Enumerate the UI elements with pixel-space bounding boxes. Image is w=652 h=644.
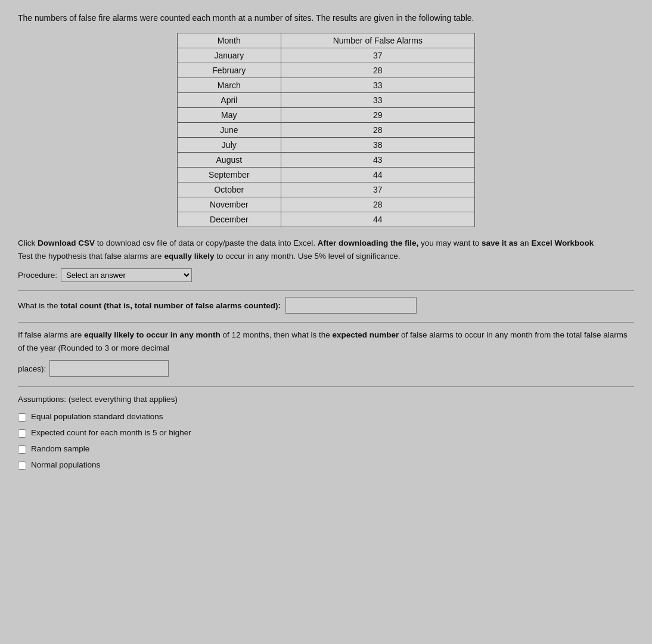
assumption-item[interactable]: Random sample <box>18 442 634 456</box>
col-header-month: Month <box>178 33 281 48</box>
table-row: October37 <box>178 182 475 197</box>
divider3 <box>18 386 634 387</box>
assumption-label: Expected count for each month is 5 or hi… <box>31 426 191 440</box>
col-header-alarms: Number of False Alarms <box>281 33 474 48</box>
table-row: May29 <box>178 108 475 123</box>
data-table-container: Month Number of False Alarms January37Fe… <box>18 33 634 227</box>
procedure-row: Procedure: Select an answerChi-Square Go… <box>18 268 634 282</box>
false-alarms-table: Month Number of False Alarms January37Fe… <box>177 33 475 227</box>
assumption-checkbox[interactable] <box>18 429 26 438</box>
total-count-row: What is the total count (that is, total … <box>18 297 634 314</box>
table-row: August43 <box>178 153 475 168</box>
assumption-label: Equal population standard deviations <box>31 410 163 424</box>
assumptions-title: Assumptions: (select everything that app… <box>18 393 634 407</box>
assumption-checkbox[interactable] <box>18 413 26 422</box>
intro-text: The numbers of false fire alarms were co… <box>18 12 634 24</box>
procedure-select[interactable]: Select an answerChi-Square Goodness of F… <box>61 268 192 282</box>
instructions-block: Click Download CSV to download csv file … <box>18 237 634 262</box>
divider2 <box>18 322 634 323</box>
table-row: September44 <box>178 168 475 182</box>
table-row: December44 <box>178 212 475 227</box>
expected-section: If false alarms are equally likely to oc… <box>18 329 634 354</box>
total-count-question: What is the total count (that is, total … <box>18 301 281 310</box>
table-row: March33 <box>178 78 475 93</box>
assumption-checkbox[interactable] <box>18 462 26 470</box>
places-row: places): <box>18 360 634 377</box>
divider1 <box>18 290 634 291</box>
assumption-checkbox[interactable] <box>18 445 26 454</box>
instruction-line1: Click Download CSV to download csv file … <box>18 239 594 247</box>
assumption-label: Random sample <box>31 442 89 456</box>
procedure-label: Procedure: <box>18 271 57 280</box>
assumption-item[interactable]: Equal population standard deviations <box>18 410 634 424</box>
table-row: April33 <box>178 93 475 108</box>
instruction-line2: Test the hypothesis that false alarms ar… <box>18 252 400 261</box>
assumption-item[interactable]: Normal populations <box>18 459 634 472</box>
assumption-label: Normal populations <box>31 459 100 472</box>
table-row: January37 <box>178 48 475 63</box>
assumptions-section: Assumptions: (select everything that app… <box>18 393 634 472</box>
table-row: June28 <box>178 123 475 138</box>
places-label: places): <box>18 364 46 373</box>
table-row: November28 <box>178 197 475 212</box>
total-count-input[interactable] <box>285 297 417 314</box>
assumption-item[interactable]: Expected count for each month is 5 or hi… <box>18 426 634 440</box>
table-row: February28 <box>178 63 475 78</box>
places-input[interactable] <box>49 360 169 377</box>
expected-text: If false alarms are equally likely to oc… <box>18 330 628 352</box>
table-row: July38 <box>178 138 475 153</box>
